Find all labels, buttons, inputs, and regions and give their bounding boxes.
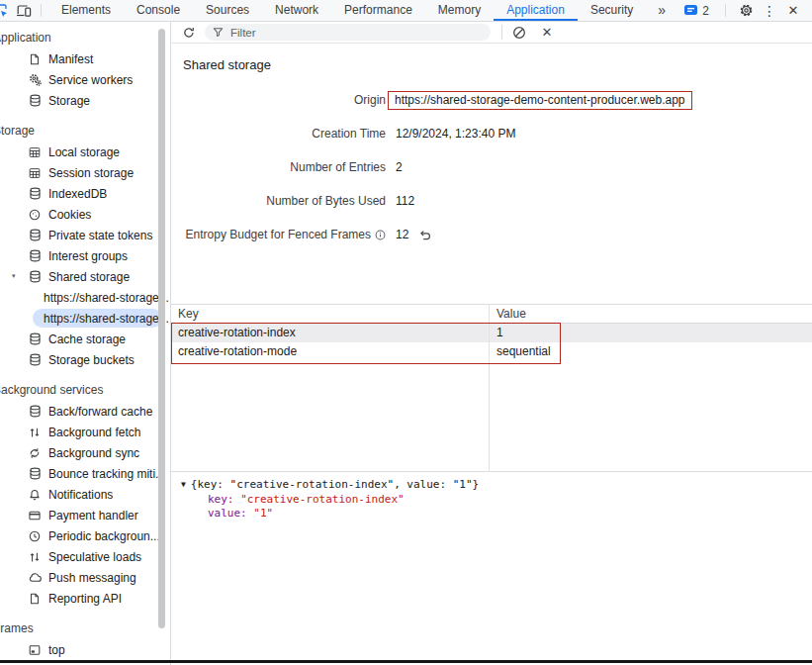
sidebar-item-manifest[interactable]: Manifest — [0, 48, 170, 69]
more-tabs-button[interactable]: » — [646, 0, 677, 21]
tab-network[interactable]: Network — [262, 0, 331, 21]
sidebar-item-periodic-backgroun[interactable]: Periodic backgroun... — [0, 525, 170, 546]
property-name: key: — [208, 493, 240, 506]
sidebar-item-back-forward-cache[interactable]: Back/forward cache — [0, 401, 170, 422]
sidebar-item-label: Storage — [48, 94, 90, 108]
metadata-value: 2 — [396, 160, 403, 174]
column-divider[interactable] — [489, 305, 490, 472]
cell-key: creative-rotation-mode — [171, 342, 489, 361]
sidebar-item-session-storage[interactable]: Session storage — [0, 162, 170, 183]
database-icon — [27, 248, 43, 264]
sidebar-item-cookies[interactable]: Cookies — [0, 204, 170, 225]
tab-elements[interactable]: Elements — [48, 0, 124, 21]
sidebar-item-indexeddb[interactable]: IndexedDB — [0, 183, 170, 204]
tab-performance[interactable]: Performance — [331, 0, 425, 21]
sidebar-item-bounce-tracking-miti[interactable]: Bounce tracking miti... — [0, 463, 170, 484]
metadata-label: Entropy Budget for Fenced Frames — [171, 228, 386, 241]
tab-memory[interactable]: Memory — [425, 0, 494, 21]
sidebar-item-private-state-tokens[interactable]: Private state tokens — [0, 225, 170, 245]
kebab-menu-icon[interactable]: ⋮ — [761, 2, 778, 20]
settings-gear-icon[interactable] — [737, 2, 755, 20]
sidebar-item-label: Background fetch — [48, 426, 140, 439]
inspect-element-icon[interactable] — [0, 2, 10, 20]
sidebar-item-push-messaging[interactable]: Push messaging — [0, 567, 170, 588]
issues-counter[interactable]: 2 — [684, 4, 709, 18]
updown-arrows-icon — [27, 549, 43, 565]
toolbar-divider — [41, 4, 42, 17]
sidebar-item-label: Push messaging — [48, 571, 136, 585]
close-panel-icon[interactable]: ✕ — [539, 25, 555, 41]
sidebar-item-reporting-api[interactable]: Reporting API — [0, 588, 170, 609]
preview-summary: ▼{key: "creative-rotation-index", value:… — [181, 478, 812, 493]
tab-application[interactable]: Application — [494, 0, 578, 21]
cell-value: sequential — [489, 342, 812, 361]
clear-block-icon[interactable] — [511, 25, 527, 41]
filter-funnel-icon — [213, 27, 224, 38]
table-row[interactable]: creative-rotation-index1 — [171, 324, 812, 342]
sidebar-section-storage: StorageLocal storageSession storageIndex… — [0, 122, 170, 370]
reset-budget-icon[interactable] — [418, 229, 431, 241]
database-icon — [27, 404, 43, 420]
shared-storage-panel: ✕ Shared storage Originhttps://shared-st… — [171, 22, 812, 665]
bell-icon — [27, 487, 43, 503]
panel-toolbar: ✕ — [171, 22, 812, 44]
window-bottom-edge — [0, 660, 812, 663]
sidebar-item-shared-storage[interactable]: ▾Shared storage — [0, 266, 170, 287]
database-icon — [27, 186, 43, 202]
table-row[interactable]: creative-rotation-modesequential — [171, 342, 812, 361]
filter-field[interactable] — [205, 24, 491, 41]
tab-security[interactable]: Security — [578, 0, 646, 21]
sidebar-item-local-storage[interactable]: Local storage — [0, 142, 170, 162]
sidebar-item-label: Cache storage — [48, 332, 126, 346]
issues-count: 2 — [702, 4, 709, 18]
database-icon — [27, 466, 43, 482]
sidebar-item-label: https://shared-storage... — [44, 312, 169, 326]
section-title-application: Application — [0, 29, 170, 47]
metadata-value: 12 — [396, 228, 408, 241]
clock-icon — [27, 528, 43, 544]
issues-icon — [684, 5, 697, 16]
sidebar-item-label: Back/forward cache — [48, 405, 152, 419]
sidebar-item-background-fetch[interactable]: Background fetch — [0, 422, 170, 442]
sync-icon — [27, 445, 43, 461]
tab-console[interactable]: Console — [124, 0, 193, 21]
entries-table: KeyValue creative-rotation-index1creativ… — [171, 304, 812, 472]
column-header-value[interactable]: Value — [489, 305, 812, 323]
sidebar-item-cache-storage[interactable]: Cache storage — [0, 329, 170, 349]
sidebar-item-label: Private state tokens — [48, 229, 152, 242]
database-icon — [27, 228, 43, 243]
preview-property: value: "1" — [181, 507, 812, 522]
sidebar-item-notifications[interactable]: Notifications — [0, 484, 170, 505]
metadata-row-number-of-entries: Number of Entries2 — [171, 150, 812, 184]
close-devtools-icon[interactable]: ✕ — [784, 2, 802, 20]
tab-sources[interactable]: Sources — [193, 0, 262, 21]
sidebar-item-top[interactable]: top — [0, 639, 170, 660]
chevron-down-icon[interactable]: ▾ — [12, 272, 16, 280]
sidebar-item-https-shared-storage[interactable]: https://shared-storage... — [0, 287, 170, 308]
expand-triangle-icon[interactable]: ▼ — [181, 478, 186, 493]
sidebar-item-storage[interactable]: Storage — [0, 90, 170, 111]
sidebar-item-label: Bounce tracking miti... — [48, 467, 165, 481]
sidebar-item-https-shared-storage[interactable]: https://shared-storage... — [33, 309, 162, 328]
table-filler — [171, 361, 812, 472]
filter-input[interactable] — [228, 26, 466, 40]
device-toolbar-icon[interactable] — [13, 2, 35, 20]
metadata-label-text: Number of Entries — [290, 160, 386, 174]
sidebar-item-storage-buckets[interactable]: Storage buckets — [0, 349, 170, 370]
metadata-label: Creation Time — [171, 127, 386, 141]
toolbar-divider — [725, 4, 726, 17]
sidebar-item-service-workers[interactable]: Service workers — [0, 69, 170, 90]
info-icon[interactable] — [375, 230, 386, 240]
sidebar-item-speculative-loads[interactable]: Speculative loads — [0, 546, 170, 567]
sidebar-item-label: Service workers — [48, 73, 133, 87]
sidebar-section-background-services: Background servicesBack/forward cacheBac… — [0, 381, 170, 609]
column-header-key[interactable]: Key — [171, 305, 489, 323]
refresh-icon[interactable] — [181, 25, 197, 41]
sidebar-item-background-sync[interactable]: Background sync — [0, 442, 170, 463]
sidebar-item-interest-groups[interactable]: Interest groups — [0, 245, 170, 266]
sidebar-scrollbar[interactable] — [158, 29, 165, 628]
section-title-frames: Frames — [0, 619, 170, 637]
metadata-label-text: Creation Time — [312, 127, 386, 141]
property-value: "1" — [253, 507, 273, 520]
sidebar-item-payment-handler[interactable]: Payment handler — [0, 505, 170, 525]
